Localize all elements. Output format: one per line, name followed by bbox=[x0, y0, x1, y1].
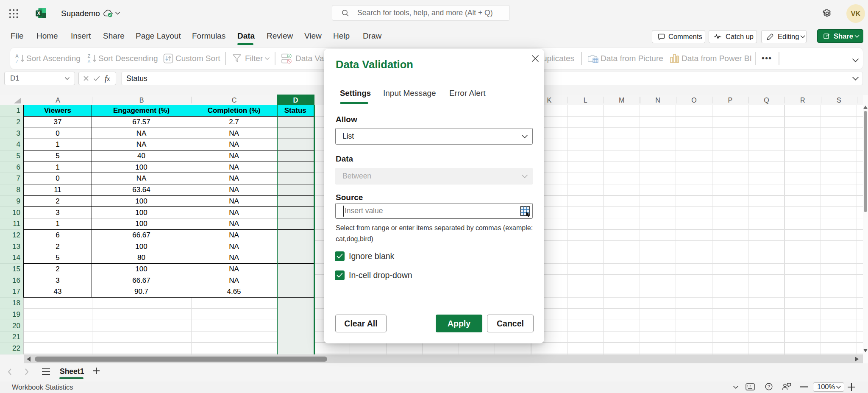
svg-text:X: X bbox=[37, 11, 41, 16]
svg-text:A: A bbox=[87, 59, 90, 64]
svg-text:Z: Z bbox=[16, 59, 19, 64]
svg-text:A: A bbox=[15, 53, 18, 59]
svg-text:?: ? bbox=[768, 384, 770, 389]
svg-text:Z: Z bbox=[88, 53, 91, 59]
